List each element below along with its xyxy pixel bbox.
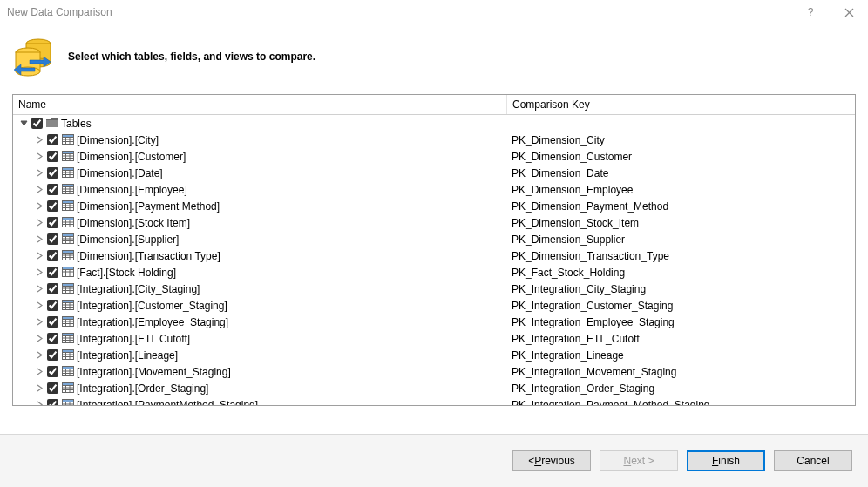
row-checkbox[interactable] [47,300,58,311]
finish-button[interactable]: Finish [687,450,765,471]
row-checkbox[interactable] [47,151,58,162]
table-row[interactable]: [Dimension].[Stock Item]PK_Dimension_Sto… [13,214,855,231]
row-checkbox[interactable] [47,316,58,328]
row-checkbox[interactable] [47,333,58,344]
chevron-right-icon[interactable] [35,169,44,178]
column-header-key[interactable]: Comparison Key [506,95,855,114]
row-key: PK_Dimension_Date [512,167,608,179]
row-key: PK_Dimension_Customer [512,151,632,163]
table-row[interactable]: [Integration].[Lineage]PK_Integration_Li… [13,347,855,363]
table-row[interactable]: [Dimension].[Customer]PK_Dimension_Custo… [13,148,855,165]
table-icon [62,151,74,163]
row-key: PK_Integration_Movement_Staging [512,366,676,378]
chevron-right-icon[interactable] [35,219,44,227]
group-row-tables[interactable]: Tables [13,115,855,132]
row-checkbox[interactable] [47,200,58,212]
chevron-right-icon[interactable] [35,268,44,277]
table-row[interactable]: [Dimension].[Employee]PK_Dimension_Emplo… [13,181,855,198]
table-row[interactable]: [Integration].[Movement_Staging]PK_Integ… [13,363,855,380]
row-name: [Dimension].[Payment Method] [77,200,220,213]
chevron-right-icon[interactable] [35,351,44,360]
folder-icon [46,118,58,130]
grid-header: Name Comparison Key [13,95,855,115]
table-row[interactable]: [Fact].[Stock Holding]PK_Fact_Stock_Hold… [13,264,855,281]
chevron-right-icon[interactable] [35,318,44,327]
table-row[interactable]: [Integration].[Employee_Staging]PK_Integ… [13,314,855,330]
column-header-name[interactable]: Name [18,98,506,111]
row-checkbox[interactable] [47,382,58,394]
comparison-grid: Name Comparison Key Tables [Dimension].[… [12,94,856,406]
svg-rect-15 [63,134,74,137]
chevron-right-icon[interactable] [35,136,44,145]
table-row[interactable]: [Dimension].[Transaction Type]PK_Dimensi… [13,247,855,264]
row-checkbox[interactable] [47,366,58,377]
chevron-right-icon[interactable] [35,152,44,161]
table-row[interactable]: [Dimension].[Date]PK_Dimension_Date [13,165,855,181]
row-name: [Integration].[Order_Staging] [77,382,208,395]
row-name: [Dimension].[City] [77,134,159,146]
row-checkbox[interactable] [47,233,58,245]
row-name: [Dimension].[Transaction Type] [77,250,220,262]
chevron-down-icon[interactable] [19,119,28,128]
row-checkbox[interactable] [47,349,58,361]
row-checkbox[interactable] [47,250,58,261]
row-checkbox[interactable] [47,399,58,405]
row-name: [Dimension].[Employee] [77,184,187,196]
help-button[interactable]: ? [791,0,830,24]
next-button: Next > [600,450,678,471]
table-row[interactable]: [Integration].[City_Staging]PK_Integrati… [13,281,855,297]
svg-rect-57 [63,233,74,236]
chevron-right-icon[interactable] [35,401,44,406]
previous-button[interactable]: < Previous [512,450,591,471]
chevron-right-icon[interactable] [35,285,44,294]
row-checkbox[interactable] [47,167,58,179]
chevron-right-icon[interactable] [35,235,44,244]
row-checkbox[interactable] [47,217,58,228]
row-name: [Dimension].[Date] [77,167,163,179]
close-button[interactable] [830,0,868,24]
table-row[interactable]: [Dimension].[City]PK_Dimension_City [13,132,855,148]
row-key: PK_Dimension_Payment_Method [512,200,668,213]
table-row[interactable]: [Integration].[PaymentMethod_Staging]PK_… [13,396,855,405]
row-checkbox[interactable] [47,134,58,145]
chevron-right-icon[interactable] [35,384,44,393]
chevron-right-icon[interactable] [35,202,44,211]
row-checkbox[interactable] [47,283,58,294]
intro-caption: Select which tables, fields, and views t… [68,51,315,63]
cancel-button[interactable]: Cancel [774,450,852,471]
svg-rect-64 [63,250,74,253]
svg-rect-50 [63,217,74,220]
table-row[interactable]: [Integration].[ETL Cutoff]PK_Integration… [13,330,855,347]
grid-body[interactable]: Tables [Dimension].[City]PK_Dimension_Ci… [13,115,855,405]
row-checkbox[interactable] [47,184,58,195]
row-key: PK_Dimension_Supplier [512,233,625,246]
chevron-right-icon[interactable] [35,186,44,194]
row-name: [Integration].[PaymentMethod_Staging] [77,399,258,406]
row-name: [Dimension].[Customer] [77,151,186,163]
row-name: [Integration].[Movement_Staging] [77,366,231,378]
chevron-right-icon[interactable] [35,335,44,343]
svg-rect-8 [46,120,58,127]
chevron-right-icon[interactable] [35,301,44,310]
table-row[interactable]: [Integration].[Customer_Staging]PK_Integ… [13,297,855,314]
close-icon [844,8,854,17]
table-icon [62,200,74,213]
table-icon [62,333,74,345]
svg-rect-120 [63,382,74,385]
chevron-right-icon[interactable] [35,252,44,260]
chevron-right-icon[interactable] [35,368,44,376]
row-name: [Integration].[Customer_Staging] [77,300,227,312]
row-key: PK_Integration_Payment_Method_Staging [512,399,710,406]
table-row[interactable]: [Dimension].[Supplier]PK_Dimension_Suppl… [13,231,855,247]
table-row[interactable]: [Dimension].[Payment Method]PK_Dimension… [13,198,855,214]
intro-section: Select which tables, fields, and views t… [0,24,868,89]
row-name: [Integration].[ETL Cutoff] [77,333,190,345]
row-checkbox[interactable] [47,267,58,278]
row-key: PK_Integration_Order_Staging [512,382,654,395]
row-key: PK_Integration_City_Staging [512,283,646,295]
row-key: PK_Fact_Stock_Holding [512,267,625,279]
row-name: [Fact].[Stock Holding] [77,267,176,279]
svg-rect-29 [63,167,74,170]
group-checkbox[interactable] [31,118,43,129]
table-row[interactable]: [Integration].[Order_Staging]PK_Integrat… [13,380,855,396]
